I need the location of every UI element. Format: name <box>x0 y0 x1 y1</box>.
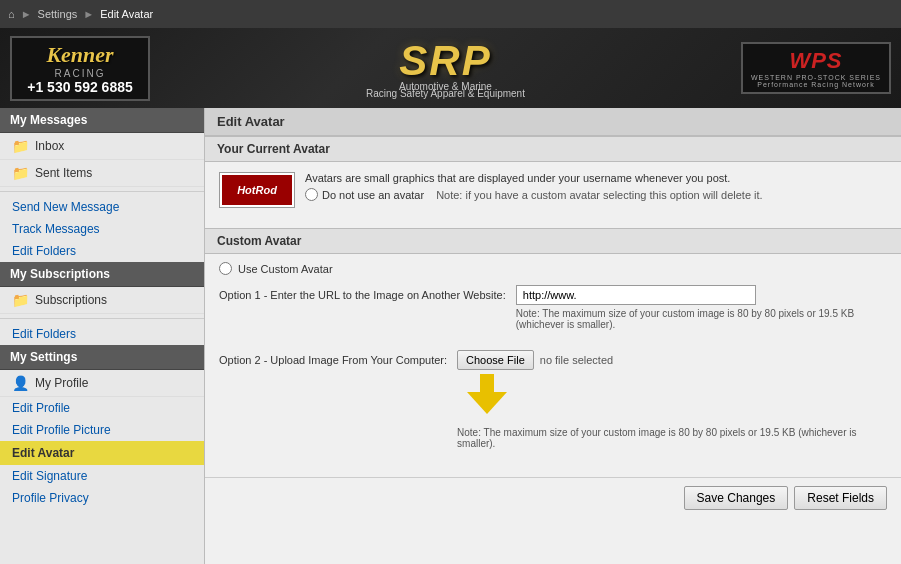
current-page-label: Edit Avatar <box>100 8 153 20</box>
action-bar: Save Changes Reset Fields <box>205 477 901 518</box>
no-avatar-radio[interactable] <box>305 188 318 201</box>
messages-section-header: My Messages <box>0 108 204 133</box>
arrow-container <box>467 374 887 424</box>
sidebar-item-my-profile[interactable]: 👤 My Profile <box>0 370 204 397</box>
sidebar-link-edit-folders-subs[interactable]: Edit Folders <box>0 323 204 345</box>
avatar-text: Avatars are small graphics that are disp… <box>305 172 763 203</box>
banner-kenner: Kenner RACING +1 530 592 6885 <box>10 36 150 101</box>
kenner-racing: RACING <box>20 68 140 79</box>
srp-line2: Racing Safety Apparel & Equipment <box>160 88 731 99</box>
folder-icon-sent: 📁 <box>12 165 29 181</box>
sidebar-link-edit-signature[interactable]: Edit Signature <box>0 465 204 487</box>
sidebar-link-profile-privacy[interactable]: Profile Privacy <box>0 487 204 509</box>
profile-icon: 👤 <box>12 375 29 391</box>
folder-icon-subs: 📁 <box>12 292 29 308</box>
subscriptions-section-header: My Subscriptions <box>0 262 204 287</box>
sidebar-item-sent[interactable]: 📁 Sent Items <box>0 160 204 187</box>
sidebar-link-track-messages[interactable]: Track Messages <box>0 218 204 240</box>
option1-label: Option 1 - Enter the URL to the Image on… <box>219 285 506 301</box>
kenner-phone: +1 530 592 6885 <box>20 79 140 95</box>
sidebar-divider2 <box>0 318 204 319</box>
home-icon[interactable]: ⌂ <box>8 8 15 20</box>
save-changes-button[interactable]: Save Changes <box>684 486 789 510</box>
top-navigation: ⌂ ► Settings ► Edit Avatar <box>0 0 901 28</box>
use-custom-radio[interactable] <box>219 262 232 275</box>
main-layout: My Messages 📁 Inbox 📁 Sent Items Send Ne… <box>0 108 901 564</box>
sidebar-item-subscriptions[interactable]: 📁 Subscriptions <box>0 287 204 314</box>
use-custom-label: Use Custom Avatar <box>238 263 333 275</box>
option2-right: Choose File no file selected Note: The m… <box>457 350 887 449</box>
no-avatar-row: Do not use an avatar Note: if you have a… <box>305 188 763 201</box>
choose-file-button[interactable]: Choose File <box>457 350 534 370</box>
no-file-label: no file selected <box>540 354 613 366</box>
sidebar-link-send-message[interactable]: Send New Message <box>0 196 204 218</box>
option1-note: Note: The maximum size of your custom im… <box>516 308 887 330</box>
reset-fields-button[interactable]: Reset Fields <box>794 486 887 510</box>
sidebar-item-inbox[interactable]: 📁 Inbox <box>0 133 204 160</box>
option2-label: Option 2 - Upload Image From Your Comput… <box>219 350 447 366</box>
kenner-brand: Kenner <box>20 42 140 68</box>
sidebar: My Messages 📁 Inbox 📁 Sent Items Send Ne… <box>0 108 205 564</box>
banner: Kenner RACING +1 530 592 6885 SRP Automo… <box>0 28 901 108</box>
no-avatar-note: Note: if you have a custom avatar select… <box>436 189 763 201</box>
sidebar-link-edit-folders-messages[interactable]: Edit Folders <box>0 240 204 262</box>
nav-separator: ► <box>21 8 32 20</box>
banner-wps: WPS WESTERN PRO-STOCK SERIES Performance… <box>741 42 891 94</box>
custom-avatar-section: Use Custom Avatar Option 1 - Enter the U… <box>205 254 901 477</box>
file-row: Choose File no file selected <box>457 350 887 370</box>
settings-section-header: My Settings <box>0 345 204 370</box>
avatar-description: Avatars are small graphics that are disp… <box>305 172 763 184</box>
nav-separator2: ► <box>83 8 94 20</box>
avatar-image-box: HotRod <box>219 172 295 208</box>
sidebar-link-edit-profile[interactable]: Edit Profile <box>0 397 204 419</box>
no-avatar-label: Do not use an avatar <box>322 189 424 201</box>
srp-logo: SRP <box>160 37 731 85</box>
folder-icon: 📁 <box>12 138 29 154</box>
avatar-placeholder: HotRod <box>222 175 292 205</box>
custom-avatar-title: Custom Avatar <box>205 228 901 254</box>
wps-tagline: Performance Racing Network <box>751 81 881 88</box>
wps-logo: WPS <box>751 48 881 74</box>
option2-note: Note: The maximum size of your custom im… <box>457 427 887 449</box>
option1-row: Option 1 - Enter the URL to the Image on… <box>219 285 887 338</box>
sidebar-divider1 <box>0 191 204 192</box>
current-avatar-body: HotRod Avatars are small graphics that a… <box>205 162 901 228</box>
banner-srp: SRP Automotive & Marine Racing Safety Ap… <box>150 37 741 99</box>
content-header: Edit Avatar <box>205 108 901 136</box>
content-area: Edit Avatar Your Current Avatar HotRod A… <box>205 108 901 564</box>
settings-link[interactable]: Settings <box>38 8 78 20</box>
wps-sub: WESTERN PRO-STOCK SERIES <box>751 74 881 81</box>
use-custom-row: Use Custom Avatar <box>219 262 887 275</box>
url-input[interactable] <box>516 285 756 305</box>
current-avatar-title: Your Current Avatar <box>205 136 901 162</box>
sidebar-item-edit-avatar[interactable]: Edit Avatar <box>0 441 204 465</box>
option1-right: Note: The maximum size of your custom im… <box>516 285 887 330</box>
sidebar-link-edit-profile-picture[interactable]: Edit Profile Picture <box>0 419 204 441</box>
option2-row: Option 2 - Upload Image From Your Comput… <box>219 350 887 457</box>
avatar-preview: HotRod Avatars are small graphics that a… <box>219 172 887 208</box>
